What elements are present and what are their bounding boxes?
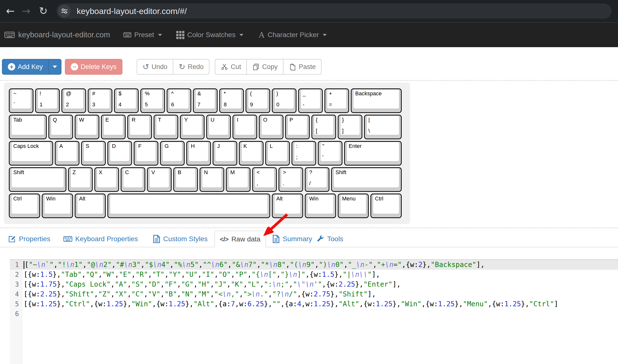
key-shift[interactable]: Shift: [9, 167, 66, 192]
menu-color-swatches[interactable]: Color Swatches: [176, 31, 243, 39]
key-^[interactable]: ^6: [167, 88, 191, 113]
redo-icon: ↻: [179, 63, 185, 71]
tab-summary[interactable]: Summary: [272, 231, 312, 247]
site-settings-icon[interactable]: [58, 5, 71, 17]
key-q[interactable]: Q: [48, 115, 73, 139]
key-@[interactable]: @2: [61, 88, 86, 113]
key-win[interactable]: Win: [42, 194, 73, 218]
cut-button[interactable]: Cut: [215, 59, 247, 75]
editor-lines: 1["~\n`","!\n1","@\n2","#\n3","$\n4","%\…: [10, 260, 618, 319]
key-![interactable]: !1: [35, 88, 60, 113]
key-t[interactable]: T: [154, 115, 178, 139]
key-enter[interactable]: Enter: [344, 141, 402, 166]
key-caps-lock[interactable]: Caps Lock: [9, 141, 53, 166]
add-key-button[interactable]: + Add Key: [2, 59, 49, 75]
wrench-icon: [316, 235, 324, 243]
key-z[interactable]: Z: [68, 167, 93, 192]
key-#[interactable]: #3: [88, 88, 112, 113]
key-s[interactable]: S: [81, 141, 106, 166]
redo-button[interactable]: ↻ Redo: [173, 59, 209, 75]
key-backspace[interactable]: Backspace: [351, 88, 402, 113]
browser-reload-icon[interactable]: ↻: [35, 6, 51, 16]
tabs-bottom-border: [0, 247, 618, 247]
key-y[interactable]: Y: [180, 115, 205, 139]
key-_[interactable]: _-: [298, 88, 323, 113]
key-}[interactable]: }]: [338, 115, 362, 139]
key-i[interactable]: I: [233, 115, 257, 139]
scissors-icon: [221, 63, 228, 70]
code-line-4: 4[{w:2.25},"Shift","Z","X","C","V","B","…: [10, 289, 618, 299]
tab-raw-data-label: Raw data: [231, 235, 260, 243]
key-?[interactable]: ?/: [305, 167, 329, 192]
key-e[interactable]: E: [101, 115, 126, 139]
key-x[interactable]: X: [94, 167, 119, 192]
key-alt[interactable]: Alt: [75, 194, 106, 218]
delete-keys-button[interactable]: − Delete Keys: [65, 59, 122, 75]
key-space[interactable]: [107, 194, 270, 218]
key-~[interactable]: ~`: [9, 88, 33, 113]
brand[interactable]: keyboard-layout-editor.com: [4, 30, 110, 39]
url-text[interactable]: keyboard-layout-editor.com/#/: [77, 6, 187, 16]
key-win[interactable]: Win: [305, 194, 336, 218]
tab-tools[interactable]: Tools: [316, 231, 343, 247]
key-k[interactable]: K: [239, 141, 264, 166]
key-ctrl[interactable]: Ctrl: [9, 194, 40, 218]
key-p[interactable]: P: [285, 115, 310, 139]
redo-label: Redo: [188, 63, 204, 71]
menu-character-picker[interactable]: A Character Picker: [259, 30, 327, 40]
menu-preset[interactable]: Preset: [123, 31, 162, 39]
key-n[interactable]: N: [200, 167, 224, 192]
key-&[interactable]: &7: [193, 88, 218, 113]
key-+[interactable]: +=: [324, 88, 349, 113]
key-%[interactable]: %5: [140, 88, 165, 113]
add-key-dropdown-button[interactable]: [48, 59, 61, 75]
key-shift[interactable]: Shift: [331, 167, 402, 192]
key-{[interactable]: {[: [311, 115, 336, 139]
key-m[interactable]: M: [226, 167, 250, 192]
key-g[interactable]: G: [160, 141, 185, 166]
address-bar[interactable]: keyboard-layout-editor.com/#/: [57, 3, 612, 19]
key-f[interactable]: F: [134, 141, 158, 166]
tab-custom-styles[interactable]: Custom Styles: [153, 231, 208, 247]
key-"[interactable]: "': [318, 141, 342, 166]
tab-properties[interactable]: Properties: [8, 231, 50, 247]
key-u[interactable]: U: [206, 115, 231, 139]
key-|[interactable]: |\: [364, 115, 402, 139]
code-line-2: 2[{w:1.5},"Tab","Q","W","E","R","T","Y",…: [10, 270, 618, 280]
code-icon: </>: [220, 236, 229, 243]
key-tab[interactable]: Tab: [9, 115, 47, 139]
key-j[interactable]: J: [213, 141, 237, 166]
key-*[interactable]: *8: [219, 88, 244, 113]
key-)[interactable]: )0: [272, 88, 296, 113]
code-line-5: 5[{w:1.25},"Ctrl",{w:1.25},"Win",{w:1.25…: [10, 299, 618, 309]
keyboard: ~`!1@2#3$4%5^6&7*8(9)0_-+=BackspaceTabQW…: [4, 83, 410, 224]
key-l[interactable]: L: [265, 141, 290, 166]
cut-label: Cut: [231, 63, 241, 71]
key-d[interactable]: D: [107, 141, 132, 166]
key-c[interactable]: C: [121, 167, 145, 192]
browser-forward-icon[interactable]: →: [18, 6, 34, 16]
undo-button[interactable]: ↺ Undo: [137, 59, 173, 75]
key-h[interactable]: H: [186, 141, 211, 166]
key-:[interactable]: :;: [292, 141, 316, 166]
tab-keyboard-properties[interactable]: Keyboard Properties: [63, 231, 138, 247]
paste-button[interactable]: Paste: [283, 59, 322, 75]
key-r[interactable]: R: [127, 115, 152, 139]
key-v[interactable]: V: [147, 167, 172, 192]
key->[interactable]: >.: [279, 167, 303, 192]
browser-back-icon[interactable]: ←: [2, 6, 18, 16]
key-$[interactable]: $4: [114, 88, 139, 113]
editor-filler: [10, 319, 618, 364]
key-a[interactable]: A: [55, 141, 79, 166]
key-o[interactable]: O: [259, 115, 283, 139]
key-<[interactable]: <,: [252, 167, 277, 192]
tab-raw-data[interactable]: </> Raw data: [214, 231, 266, 247]
raw-data-editor[interactable]: 1["~\n`","!\n1","@\n2","#\n3","$\n4","%\…: [10, 259, 618, 364]
key-menu[interactable]: Menu: [338, 194, 369, 218]
key-([interactable]: (9: [246, 88, 270, 113]
key-b[interactable]: B: [173, 167, 198, 192]
copy-button[interactable]: Copy: [246, 59, 283, 75]
key-alt[interactable]: Alt: [272, 194, 303, 218]
key-ctrl[interactable]: Ctrl: [370, 194, 402, 218]
key-w[interactable]: W: [75, 115, 99, 139]
